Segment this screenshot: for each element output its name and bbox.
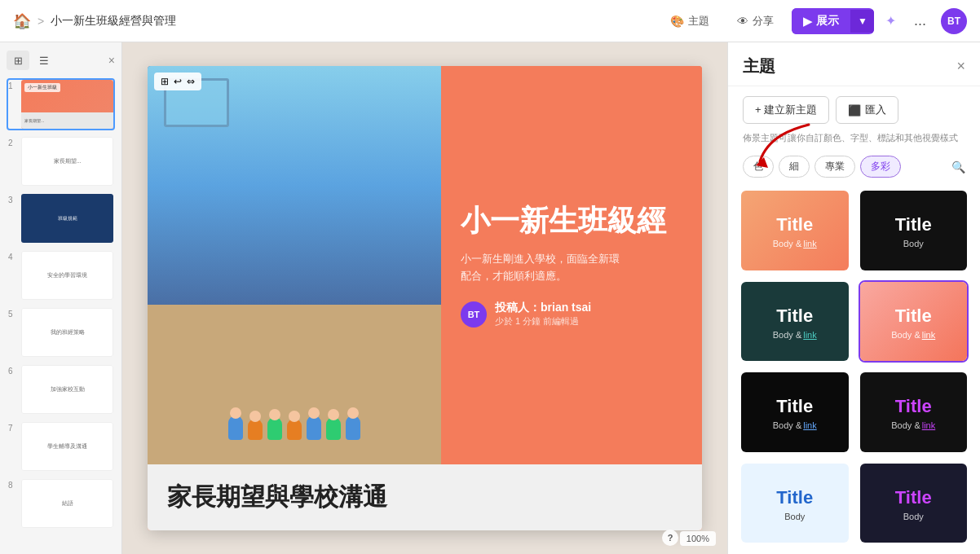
theme-preview-flamingo: Title Body & link bbox=[860, 282, 968, 363]
slide-main-title: 小一新生班級經 bbox=[461, 203, 682, 238]
theme-card-electric[interactable]: Title Body & link Electric ··· bbox=[859, 371, 969, 453]
slide-thumbnail-6[interactable]: 6 加強家校互動 bbox=[7, 363, 115, 416]
help-button[interactable]: ? bbox=[662, 530, 678, 546]
child-6 bbox=[326, 417, 341, 440]
author-time: 少於 1 分鐘 前編輯過 bbox=[495, 315, 591, 328]
child-3 bbox=[267, 417, 282, 440]
panel-view-icons: ⊞ ☰ bbox=[7, 51, 55, 70]
slide-number-2: 2 bbox=[8, 137, 18, 147]
toolbar-icon-3[interactable]: ⇔ bbox=[187, 76, 195, 87]
children-figures bbox=[164, 416, 425, 440]
electric-body: Body & bbox=[891, 420, 920, 430]
slide-image-section: ⊞ ↩ ⇔ bbox=[148, 66, 441, 464]
theme-description: 佈景主題可讓你自訂顏色、字型、標誌和其他視覺樣式 bbox=[728, 132, 980, 152]
star-icon[interactable]: ✦ bbox=[882, 10, 899, 32]
slide-thumbnail-2[interactable]: 2 家長期望... bbox=[7, 135, 115, 187]
filter-search-icon[interactable]: 🔍 bbox=[951, 160, 965, 174]
slide-subtitle: 小一新生剛進入學校，面臨全新環配合，才能順利適應。 bbox=[461, 251, 682, 285]
slide-thumbnail-4[interactable]: 4 安全的學習環境 bbox=[7, 249, 115, 301]
verdigris-body: Body & bbox=[773, 330, 801, 340]
theme-panel-header: 主題 × bbox=[728, 42, 980, 86]
present-button-group: ▶ 展示 ▼ bbox=[792, 8, 874, 34]
slide-canvas: ⊞ ↩ ⇔ 小一新生班級經 小一新生剛進入學校，面臨全新環配合，才能順利適應。 … bbox=[148, 66, 702, 530]
slide-thumbnail-1[interactable]: 1 小一新生班級 家長期望... bbox=[7, 78, 115, 130]
slide-number-3: 3 bbox=[8, 194, 18, 204]
theme-card-verdigris[interactable]: Title Body & link Verdigris ··· bbox=[739, 280, 850, 363]
author-avatar: BT bbox=[461, 301, 487, 328]
slide-preview-3: 班級規範 bbox=[21, 194, 113, 243]
slide-preview-5: 我的班經策略 bbox=[21, 308, 113, 357]
toolbar-icon-1[interactable]: ⊞ bbox=[161, 76, 169, 87]
theme-card-light-blue[interactable]: Title Body ··· bbox=[739, 462, 850, 544]
slide-thumbnail-7[interactable]: 7 學生輔導及溝通 bbox=[7, 420, 115, 473]
theme-icon: 🎨 bbox=[670, 15, 684, 28]
filter-professional[interactable]: 專業 bbox=[814, 156, 855, 178]
present-main-button[interactable]: ▶ 展示 bbox=[792, 8, 850, 34]
slide-thumbnail-8[interactable]: 8 結語 bbox=[7, 477, 115, 530]
slide-number-5: 5 bbox=[8, 308, 18, 319]
verdigris-title: Title bbox=[776, 306, 813, 327]
darkpurple-body: Body bbox=[903, 512, 924, 521]
theme-grid: Title Body & link Peach ··· Title Body bbox=[728, 186, 980, 554]
theme-card-dark-purple[interactable]: Title Body ··· bbox=[859, 462, 969, 544]
slide-preview-8: 結語 bbox=[21, 479, 113, 528]
share-label: 分享 bbox=[753, 14, 774, 29]
close-panel-button[interactable]: × bbox=[108, 54, 115, 67]
share-button[interactable]: 👁 分享 bbox=[727, 9, 784, 33]
peach-link: link bbox=[803, 239, 817, 248]
child-4 bbox=[287, 419, 302, 440]
present-play-icon: ▶ bbox=[803, 15, 812, 28]
slide-preview-4: 安全的學習環境 bbox=[21, 251, 113, 300]
peach-title: Title bbox=[776, 214, 813, 235]
theme-button[interactable]: 🎨 主題 bbox=[660, 9, 719, 33]
theme-card-incandescent[interactable]: Title Body Incandescent ··· bbox=[859, 189, 969, 271]
more-options-button[interactable]: ... bbox=[907, 9, 933, 33]
theme-preview-incandescent: Title Body bbox=[860, 191, 968, 271]
child-2 bbox=[248, 419, 263, 440]
slide-top-section: ⊞ ↩ ⇔ 小一新生班級經 小一新生剛進入學校，面臨全新環配合，才能順利適應。 … bbox=[148, 66, 702, 464]
incandescent-body: Body bbox=[903, 239, 924, 248]
topbar: 🏠 > 小一新生班級經營與管理 🎨 主題 👁 分享 ▶ 展示 ▼ ✦ ... B… bbox=[0, 0, 980, 42]
slide-thumbnail-5[interactable]: 5 我的班經策略 bbox=[7, 306, 115, 358]
theme-card-flamingo[interactable]: Title Body & link ✓ Flamingo ··· bbox=[859, 280, 969, 363]
filter-thin[interactable]: 細 bbox=[779, 156, 810, 178]
avatar[interactable]: BT bbox=[941, 8, 967, 34]
theme-close-button[interactable]: × bbox=[956, 58, 965, 75]
theme-preview-electric: Title Body & link bbox=[860, 372, 968, 453]
canvas-area: ⊞ ↩ ⇔ 小一新生班級經 小一新生剛進入學校，面臨全新環配合，才能順利適應。 … bbox=[122, 42, 727, 554]
theme-preview-canaveral: Title Body & link bbox=[741, 372, 849, 453]
floor-area bbox=[148, 305, 441, 464]
slide-number-1: 1 bbox=[8, 80, 18, 90]
slide-number-8: 8 bbox=[8, 479, 18, 490]
slide-preview-7: 學生輔導及溝通 bbox=[21, 422, 113, 471]
theme-card-peach[interactable]: Title Body & link Peach ··· bbox=[739, 189, 850, 271]
toolbar-icon-2[interactable]: ↩ bbox=[174, 76, 182, 87]
filter-colorful[interactable]: 多彩 bbox=[860, 156, 901, 178]
zoom-indicator[interactable]: 100% bbox=[680, 531, 716, 546]
slide-number-4: 4 bbox=[8, 251, 18, 262]
present-dropdown-button[interactable]: ▼ bbox=[850, 10, 874, 33]
slide-panel-header: ⊞ ☰ × bbox=[7, 49, 115, 72]
slide-thumbnail-3[interactable]: 3 班級規範 bbox=[7, 192, 115, 244]
verdigris-link: link bbox=[803, 330, 817, 340]
slide-preview-2: 家長期望... bbox=[21, 137, 113, 186]
topbar-left: 🏠 > 小一新生班級經營與管理 bbox=[13, 12, 651, 30]
child-5 bbox=[307, 416, 321, 440]
filter-color[interactable]: 色 bbox=[743, 156, 774, 178]
grid-view-button[interactable]: ⊞ bbox=[7, 51, 29, 70]
theme-panel: 主題 × + 建立新主題 ⬛ 匯入 佈景主題可讓你自訂顏色、字型、標誌和其他視覺… bbox=[727, 42, 980, 554]
lightblue-title: Title bbox=[776, 487, 813, 508]
author-info: 投稿人：brian tsai 少於 1 分鐘 前編輯過 bbox=[495, 301, 591, 328]
import-theme-button[interactable]: ⬛ 匯入 bbox=[836, 96, 898, 124]
slide-author: BT 投稿人：brian tsai 少於 1 分鐘 前編輯過 bbox=[461, 301, 682, 328]
theme-card-canaveral[interactable]: Title Body & link Canaveral ··· bbox=[739, 371, 850, 453]
import-icon: ⬛ bbox=[848, 104, 861, 117]
canaveral-body: Body & bbox=[773, 420, 801, 430]
list-view-button[interactable]: ☰ bbox=[33, 51, 55, 70]
classroom-background bbox=[148, 66, 441, 464]
topbar-right: 🎨 主題 👁 分享 ▶ 展示 ▼ ✦ ... BT bbox=[660, 8, 967, 34]
create-theme-button[interactable]: + 建立新主題 bbox=[743, 96, 829, 124]
slide-preview-6: 加強家校互動 bbox=[21, 365, 113, 414]
flamingo-body: Body & bbox=[891, 330, 920, 340]
home-icon[interactable]: 🏠 bbox=[13, 12, 31, 30]
